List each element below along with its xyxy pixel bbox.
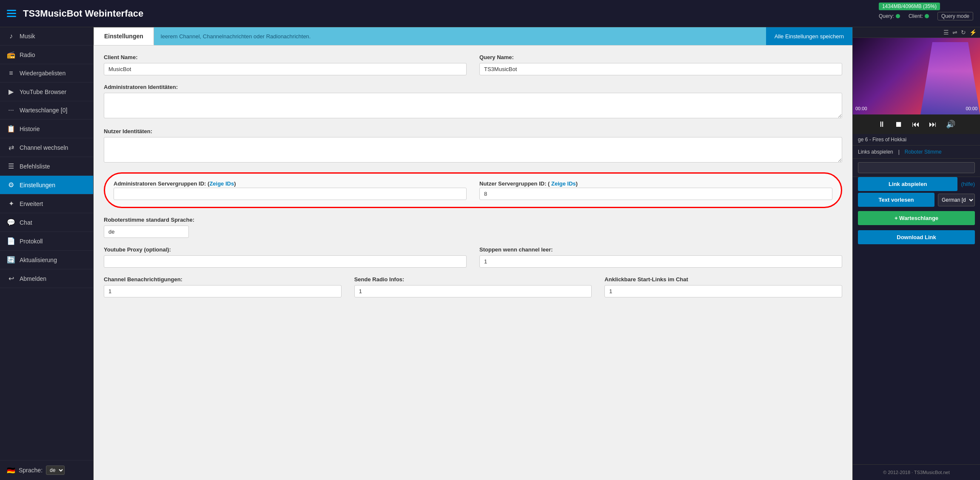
pause-button[interactable]: ⏸	[875, 118, 888, 131]
abmelden-icon: ↩	[7, 274, 15, 283]
client-label: Client:	[909, 13, 923, 19]
player-link-input[interactable]	[858, 162, 975, 173]
sidebar-item-label: Aktualisierung	[20, 257, 57, 263]
proxy-stoppen-row: Youtube Proxy (optional): Stoppen wenn c…	[104, 246, 842, 268]
stoppen-input[interactable]	[479, 255, 842, 268]
anklickbare-label: Anklickbare Start-Links im Chat	[604, 276, 842, 283]
right-panel: ☰ ⇌ ↻ ⚡ 00:00 00:00 ⏸ ⏹ ⏮ ⏭ 🔊	[852, 27, 980, 480]
admin-id-textarea[interactable]	[104, 93, 842, 118]
sidebar-item-youtube-browser[interactable]: ▶ YouTube Browser	[0, 83, 93, 101]
hilfe-link[interactable]: (hilfe)	[961, 181, 975, 187]
topbar: TS3MusicBot Webinterface 1434MB/4096MB (…	[0, 0, 980, 27]
sprache-label: Sprache:	[19, 467, 43, 474]
player-time-right: 00:00	[966, 106, 977, 111]
player-time-left: 00:00	[855, 106, 867, 111]
settings-tab[interactable]: Einstellungen	[94, 27, 154, 45]
sidebar-item-aktualisierung[interactable]: 🔄 Aktualisierung	[0, 251, 93, 269]
wiedergabelisten-icon: ≡	[7, 69, 15, 77]
volume-button[interactable]: 🔊	[943, 118, 958, 131]
sidebar-item-channel-wechseln[interactable]: ⇄ Channel wechseln	[0, 138, 93, 157]
sidebar-item-wiedergabelisten[interactable]: ≡ Wiedergabelisten	[0, 64, 93, 83]
vorlesen-lang-select[interactable]: German [d English	[938, 194, 975, 206]
language-select[interactable]: de en	[46, 466, 65, 475]
roboter-row: Roboterstimme standard Sprache:	[104, 217, 842, 238]
save-all-button[interactable]: Alle Einstellungen speichern	[766, 27, 852, 45]
stoppen-col: Stoppen wenn channel leer:	[479, 246, 842, 268]
nutzer-sg-input[interactable]	[479, 188, 832, 200]
admin-sg-label: Administratoren Servergruppen ID: (Zeige…	[114, 180, 467, 187]
query-name-col: Query Name:	[479, 54, 842, 75]
text-vorlesen-button[interactable]: Text vorlesen	[858, 193, 934, 207]
roboter-stimme-link[interactable]: Roboter Stimme	[905, 149, 942, 155]
sidebar-item-erweitert[interactable]: ✦ Erweitert	[0, 194, 93, 213]
refresh-icon[interactable]: ↻	[961, 29, 966, 36]
admin-id-label: Administratoren Identitäten:	[104, 84, 842, 90]
bolt-icon[interactable]: ⚡	[969, 29, 977, 36]
separator: |	[898, 149, 900, 155]
client-name-input[interactable]	[104, 63, 467, 75]
sidebar-item-label: Wiedergabelisten	[20, 70, 66, 77]
flag-icon: 🇩🇪	[7, 466, 15, 474]
stop-button[interactable]: ⏹	[892, 118, 905, 131]
player-controls: ⏸ ⏹ ⏮ ⏭ 🔊	[853, 114, 980, 134]
sidebar-item-radio[interactable]: 📻 Radio	[0, 46, 93, 64]
sidebar-item-chat[interactable]: 💬 Chat	[0, 213, 93, 232]
sende-radio-col: Sende Radio Infos:	[354, 276, 592, 297]
query-name-label: Query Name:	[479, 54, 842, 60]
nutzer-sg-label: Nutzer Servergruppen ID: ( Zeige IDs)	[479, 180, 832, 187]
query-status-dot	[896, 14, 900, 18]
admin-sg-input[interactable]	[114, 188, 467, 200]
top-right-status: 1434MB/4096MB (35%) Query: Client: Query…	[879, 3, 973, 20]
admin-id-row: Administratoren Identitäten:	[104, 84, 842, 120]
settings-notice: leerem Channel, Channelnachrichten oder …	[154, 27, 766, 45]
sidebar-item-label: Warteschlange [0]	[20, 107, 67, 114]
player-icon-bar: ☰ ⇌ ↻ ⚡	[853, 27, 980, 38]
download-link-button[interactable]: Download Link	[858, 230, 975, 244]
shuffle-icon[interactable]: ⇌	[952, 29, 957, 36]
query-mode-button[interactable]: Query mode	[937, 12, 973, 20]
admin-sg-link[interactable]: Zeige IDs	[209, 180, 234, 187]
admin-sg-col: Administratoren Servergruppen ID: (Zeige…	[114, 180, 467, 200]
sidebar-item-label: Abmelden	[20, 275, 46, 282]
stoppen-label: Stoppen wenn channel leer:	[479, 246, 842, 253]
sidebar-item-protokoll[interactable]: 📄 Protokoll	[0, 232, 93, 251]
sidebar-item-befehlsliste[interactable]: ☰ Befehlsliste	[0, 157, 93, 176]
youtube-proxy-label: Youtube Proxy (optional):	[104, 246, 467, 253]
sidebar-item-musik[interactable]: ♪ Musik	[0, 27, 93, 46]
nutzer-sg-link[interactable]: Zeige IDs	[551, 180, 576, 187]
chat-icon: 💬	[7, 218, 15, 226]
sidebar: ♪ Musik 📻 Radio ≡ Wiedergabelisten ▶ You…	[0, 27, 94, 480]
main-panel: Einstellungen leerem Channel, Channelnac…	[94, 27, 852, 480]
nutzer-sg-col: Nutzer Servergruppen ID: ( Zeige IDs)	[479, 180, 832, 200]
erweitert-icon: ✦	[7, 200, 15, 208]
channel-benach-input[interactable]	[104, 285, 342, 297]
form-content: Client Name: Query Name: Administratoren…	[94, 46, 852, 314]
app-title: TS3MusicBot Webinterface	[23, 8, 143, 19]
next-button[interactable]: ⏭	[926, 118, 939, 131]
sidebar-item-label: YouTube Browser	[20, 89, 66, 95]
radio-icon: 📻	[7, 51, 15, 59]
channel-benach-col: Channel Benachrichtigungen:	[104, 276, 342, 297]
list-icon[interactable]: ☰	[943, 29, 949, 36]
nutzer-id-textarea[interactable]	[104, 137, 842, 163]
query-name-input[interactable]	[479, 63, 842, 75]
player-link-input-row	[853, 159, 980, 177]
roboter-input[interactable]	[104, 226, 189, 238]
sidebar-item-label: Befehlsliste	[20, 163, 50, 170]
warteschlange-button[interactable]: + Warteschlange	[858, 211, 975, 225]
einstellungen-icon: ⚙	[7, 181, 15, 189]
prev-button[interactable]: ⏮	[909, 118, 922, 131]
sende-radio-input[interactable]	[354, 285, 592, 297]
sidebar-item-warteschlange[interactable]: ··· Warteschlange [0]	[0, 101, 93, 120]
link-abspielen-button[interactable]: Link abspielen	[858, 177, 957, 191]
hamburger-menu[interactable]	[7, 10, 16, 17]
youtube-proxy-input[interactable]	[104, 255, 467, 268]
query-label: Query:	[879, 13, 894, 19]
sidebar-item-einstellungen[interactable]: ⚙ Einstellungen	[0, 176, 93, 194]
sidebar-item-historie[interactable]: 📋 Historie	[0, 120, 93, 138]
memory-bar: 1434MB/4096MB (35%)	[879, 3, 940, 10]
sidebar-item-abmelden[interactable]: ↩ Abmelden	[0, 269, 93, 288]
anime-art	[920, 42, 980, 114]
album-art	[853, 38, 980, 114]
anklickbare-input[interactable]	[604, 285, 842, 297]
